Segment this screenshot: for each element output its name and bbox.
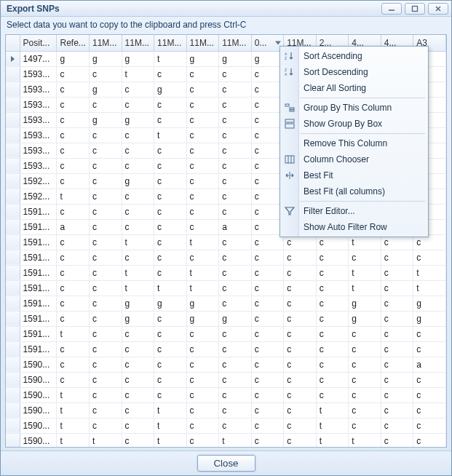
data-cell[interactable]: a xyxy=(413,357,446,372)
position-cell[interactable]: 1593... xyxy=(20,97,57,112)
column-header[interactable]: 11M... xyxy=(186,35,219,51)
data-cell[interactable]: t xyxy=(122,280,154,295)
position-cell[interactable]: 1592... xyxy=(20,173,57,189)
data-cell[interactable]: t xyxy=(154,433,187,448)
data-cell[interactable]: c xyxy=(284,357,317,372)
data-cell[interactable]: c xyxy=(381,387,413,402)
data-cell[interactable]: c xyxy=(284,433,317,448)
data-cell[interactable]: c xyxy=(122,189,154,204)
data-cell[interactable]: c xyxy=(219,295,252,311)
data-cell[interactable]: c xyxy=(57,265,90,280)
data-cell[interactable]: c xyxy=(154,265,187,280)
data-cell[interactable]: c xyxy=(413,326,446,341)
data-cell[interactable]: t xyxy=(154,127,187,143)
column-header[interactable]: 11M... xyxy=(154,35,187,51)
position-cell[interactable]: 1497... xyxy=(20,51,57,66)
position-cell[interactable]: 1591... xyxy=(20,311,57,326)
data-cell[interactable]: c xyxy=(316,311,349,326)
data-cell[interactable]: c xyxy=(219,357,252,372)
data-cell[interactable]: c xyxy=(381,326,413,341)
data-cell[interactable]: t xyxy=(154,51,187,66)
data-cell[interactable]: c xyxy=(251,219,284,234)
data-cell[interactable]: c xyxy=(251,372,284,387)
minimize-button[interactable] xyxy=(381,3,402,15)
data-cell[interactable]: c xyxy=(381,402,413,418)
data-cell[interactable]: t xyxy=(316,418,349,433)
data-cell[interactable]: t xyxy=(57,433,90,448)
data-cell[interactable]: c xyxy=(251,127,284,143)
column-header[interactable]: Refe... xyxy=(57,35,90,51)
data-cell[interactable]: c xyxy=(284,326,317,341)
data-cell[interactable]: c xyxy=(219,280,252,295)
data-cell[interactable]: a xyxy=(57,219,90,234)
data-cell[interactable]: c xyxy=(186,112,219,127)
position-cell[interactable]: 1592... xyxy=(20,189,57,204)
data-cell[interactable]: t xyxy=(186,234,219,250)
position-cell[interactable]: 1591... xyxy=(20,280,57,295)
position-cell[interactable]: 1591... xyxy=(20,341,57,357)
data-cell[interactable]: t xyxy=(57,326,90,341)
data-cell[interactable]: t xyxy=(57,418,90,433)
data-cell[interactable]: c xyxy=(122,418,154,433)
position-cell[interactable]: 1591... xyxy=(20,219,57,234)
data-cell[interactable]: c xyxy=(154,387,187,402)
table-row[interactable]: 1590...ccccccccccca xyxy=(6,357,446,372)
data-cell[interactable]: c xyxy=(219,341,252,357)
data-cell[interactable]: g xyxy=(122,295,154,311)
data-cell[interactable]: t xyxy=(122,265,154,280)
position-cell[interactable]: 1590... xyxy=(20,387,57,402)
data-cell[interactable]: t xyxy=(219,433,252,448)
data-cell[interactable]: g xyxy=(90,82,122,97)
data-cell[interactable]: t xyxy=(90,433,122,448)
close-window-button[interactable] xyxy=(428,3,448,15)
data-cell[interactable]: c xyxy=(57,204,90,219)
data-cell[interactable]: c xyxy=(186,387,219,402)
data-cell[interactable]: t xyxy=(413,280,446,295)
data-cell[interactable]: c xyxy=(251,97,284,112)
data-cell[interactable]: c xyxy=(413,250,446,265)
data-cell[interactable]: c xyxy=(284,402,317,418)
data-cell[interactable]: c xyxy=(316,280,349,295)
data-cell[interactable]: c xyxy=(349,250,381,265)
data-cell[interactable]: c xyxy=(90,219,122,234)
data-cell[interactable]: c xyxy=(154,326,187,341)
data-cell[interactable]: c xyxy=(122,402,154,418)
data-cell[interactable]: c xyxy=(413,387,446,402)
data-cell[interactable]: c xyxy=(186,173,219,189)
data-cell[interactable]: c xyxy=(57,173,90,189)
data-cell[interactable]: g xyxy=(251,51,284,66)
data-cell[interactable]: t xyxy=(349,265,381,280)
data-cell[interactable]: g xyxy=(186,51,219,66)
data-cell[interactable]: c xyxy=(122,387,154,402)
data-cell[interactable]: c xyxy=(251,265,284,280)
data-cell[interactable]: g xyxy=(122,311,154,326)
data-cell[interactable]: c xyxy=(186,143,219,158)
close-button[interactable]: Close xyxy=(197,455,255,472)
table-row[interactable]: 1590...tcctcccctccc xyxy=(6,402,446,418)
column-header[interactable]: Posit... xyxy=(20,35,57,51)
data-cell[interactable]: c xyxy=(251,189,284,204)
data-cell[interactable]: t xyxy=(154,280,187,295)
data-cell[interactable]: g xyxy=(219,311,252,326)
data-cell[interactable]: c xyxy=(90,295,122,311)
data-cell[interactable]: c xyxy=(251,66,284,82)
data-cell[interactable]: c xyxy=(219,112,252,127)
data-cell[interactable]: c xyxy=(251,143,284,158)
data-cell[interactable]: c xyxy=(219,143,252,158)
data-cell[interactable]: t xyxy=(122,234,154,250)
data-cell[interactable]: g xyxy=(219,51,252,66)
data-cell[interactable]: c xyxy=(122,372,154,387)
data-cell[interactable]: c xyxy=(186,66,219,82)
column-header[interactable]: 11M... xyxy=(219,35,252,51)
data-cell[interactable]: c xyxy=(251,173,284,189)
data-cell[interactable]: t xyxy=(154,402,187,418)
data-cell[interactable]: t xyxy=(186,265,219,280)
data-cell[interactable]: c xyxy=(219,82,252,97)
table-row[interactable]: 1590...ttctctccttcc xyxy=(6,433,446,448)
data-cell[interactable]: c xyxy=(251,204,284,219)
data-cell[interactable]: c xyxy=(154,372,187,387)
data-cell[interactable]: t xyxy=(122,66,154,82)
data-cell[interactable]: c xyxy=(284,387,317,402)
data-cell[interactable]: c xyxy=(186,97,219,112)
data-cell[interactable]: c xyxy=(90,387,122,402)
